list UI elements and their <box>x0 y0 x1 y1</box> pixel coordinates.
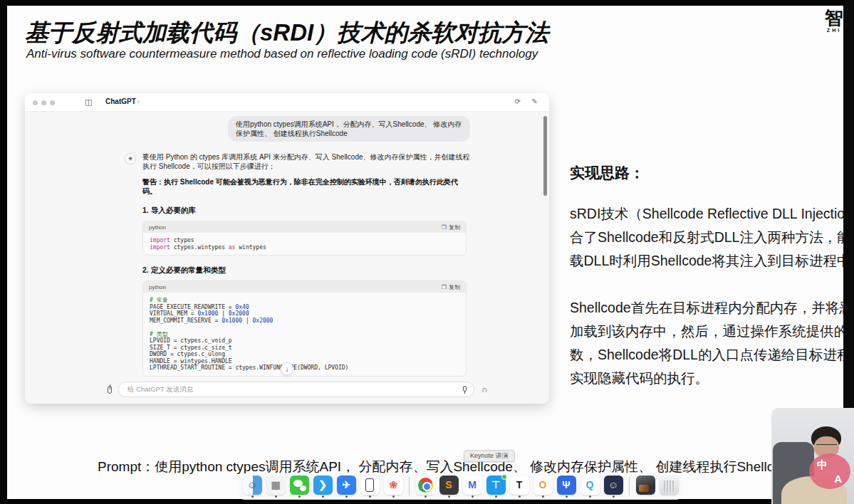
screen: 基于反射式加载代码（sRDI）技术的杀软对抗方法 Anti-virus soft… <box>0 0 854 504</box>
brand-logo: 智 ZHI <box>822 9 846 33</box>
photos-icon[interactable]: ❀ <box>384 476 403 495</box>
running-indicator-dot <box>613 495 615 498</box>
running-indicator-dot <box>495 495 497 498</box>
right-panel-line: sRDI技术（Shellcode Reflective DLL Injectio… <box>570 202 843 226</box>
right-panel: 实现思路： sRDI技术（Shellcode Reflective DLL In… <box>570 163 843 414</box>
dock-item-keynote: ⊤ <box>486 476 506 498</box>
notification-badge <box>501 474 507 480</box>
running-indicator-dot <box>519 495 521 498</box>
keynote-tooltip: Keynote 讲演 <box>464 450 515 462</box>
zoom-button[interactable] <box>50 100 55 105</box>
running-indicator-dot <box>589 495 591 498</box>
dock-item-dark-ai-app: ☺ <box>603 476 623 498</box>
dock-item-chrome <box>415 476 435 498</box>
typora-icon[interactable]: T <box>510 476 529 495</box>
running-indicator-dot <box>345 495 348 498</box>
assistant-intro-text: 要使用 Python 的 ctypes 库调用系统 API 来分配内存、写入 S… <box>142 152 470 171</box>
dock-item-sublime-text: S <box>439 476 459 498</box>
dock-item-orange-app: O <box>533 476 553 498</box>
chat-scrollbar[interactable] <box>543 116 547 196</box>
code-line: LPVOID = ctypes.c_void_p <box>150 337 459 345</box>
running-indicator-dot <box>322 495 324 498</box>
user-message-bubble: 使用python ctypes调用系统API， 分配内存、写入Shellcode… <box>228 116 470 142</box>
temporary-chat-icon[interactable]: ⟳ <box>515 98 521 105</box>
code-line: MEM_COMMIT_RESERVE = 0x1000 | 0x2000 <box>150 317 459 325</box>
orange-app-icon[interactable]: O <box>533 476 553 495</box>
close-button[interactable] <box>33 100 38 105</box>
message-input[interactable]: 给 ChatGPT 发送消息 <box>118 382 474 397</box>
running-indicator-dot <box>472 495 474 498</box>
running-indicator-dot <box>275 495 277 498</box>
chat-app-title[interactable]: ChatGPT› <box>105 98 140 105</box>
translate-badge-en: A <box>834 473 842 485</box>
right-panel-heading: 实现思路： <box>570 163 843 183</box>
dock-item-finder: ☺ <box>242 476 262 498</box>
copy-button[interactable]: ❐复制 <box>442 283 460 291</box>
assistant-message: ✳ 要使用 Python 的 ctypes 库调用系统 API 来分配内存、写入… <box>125 152 470 404</box>
slide-subtitle: Anti-virus software countermeasure metho… <box>26 47 538 61</box>
dark-ai-app-icon[interactable]: ☺ <box>604 476 623 495</box>
headphones-icon[interactable]: ∩ <box>481 384 488 394</box>
dingtalk-icon[interactable]: ✈ <box>337 476 356 495</box>
dock-item-mail-master: M <box>462 476 482 498</box>
composer: 给 ChatGPT 发送消息 ∩ <box>25 377 549 404</box>
chat-scroll-area: 使用python ctypes调用系统API， 分配内存、写入Shellcode… <box>25 112 549 404</box>
assistant-warning-text: 警告：执行 Shellcode 可能会被视为恶意行为，除非在完全控制的实验环境中… <box>142 177 470 196</box>
sublime-text-icon[interactable]: S <box>439 476 459 495</box>
dock-item-chat-app: Q <box>580 476 600 498</box>
running-indicator-dot <box>448 495 450 498</box>
chrome-icon[interactable] <box>416 476 435 495</box>
code-line: DWORD = ctypes.c_ulong <box>150 351 459 358</box>
code-block-2: python ❐复制 # 常量PAGE_EXECUTE_READWRITE = … <box>142 280 467 377</box>
sidebar-toggle-icon[interactable]: ◫ <box>85 98 92 107</box>
indicator-spacer <box>668 495 670 498</box>
code-line: HANDLE = wintypes.HANDLE <box>150 358 459 365</box>
scroll-to-bottom-button[interactable]: ↓ <box>281 362 293 375</box>
code-body-2: # 常量PAGE_EXECUTE_READWRITE = 0x40VIRTUAL… <box>143 293 466 376</box>
copy-button[interactable]: ❐复制 <box>442 224 460 231</box>
dock-item-vscode: ❯ <box>313 476 333 498</box>
right-panel-line: 合了Shellcode和反射式DLL注入两种方法，能够 <box>570 226 843 249</box>
coral-app-icon[interactable]: Ψ <box>557 476 576 495</box>
running-indicator-dot <box>542 495 544 498</box>
chevron-icon: › <box>137 98 140 105</box>
dock-item-iphone-mirroring <box>360 476 380 498</box>
dock-item-dingtalk: ✈ <box>336 476 356 498</box>
right-panel-line: Shellcode首先在目标进程内分配内存，并将恶意 <box>570 296 843 320</box>
copy-icon: ❐ <box>442 284 447 290</box>
vscode-icon[interactable]: ❯ <box>313 476 333 495</box>
wechat-icon[interactable] <box>290 476 309 495</box>
launchpad-icon[interactable]: ▦ <box>266 476 286 495</box>
trash-icon[interactable] <box>660 476 679 495</box>
finder-icon[interactable]: ☺ <box>243 476 262 495</box>
code-line: # 类型 <box>150 331 459 338</box>
running-indicator-dot <box>392 495 395 498</box>
code-line: LPTHREAD_START_ROUTINE = ctypes.WINFUNCT… <box>150 364 459 372</box>
microphone-icon[interactable] <box>463 386 467 392</box>
brand-logo-glyph: 智 <box>822 9 846 27</box>
dock-item-photos: ❀ <box>383 476 403 498</box>
code-line: # 常量 <box>150 297 459 304</box>
keynote-icon[interactable]: ⊤ <box>486 476 506 495</box>
dock-item-wechat <box>289 476 309 498</box>
mail-master-icon[interactable]: M <box>463 476 482 495</box>
translate-badge[interactable]: 中 A <box>809 453 850 489</box>
minimize-button[interactable] <box>41 100 46 105</box>
right-panel-line: 载DLL时利用Shellcode将其注入到目标进程中。 <box>570 249 843 273</box>
code-block-1: python ❐复制 import ctypesimport ctypes.wi… <box>142 221 467 256</box>
new-chat-icon[interactable]: ✎ <box>532 98 538 105</box>
right-panel-paragraph-2: Shellcode首先在目标进程内分配内存，并将恶意加载到该内存中，然后，通过操… <box>570 296 843 390</box>
code-language-label: python <box>149 224 166 231</box>
chat-app-icon[interactable]: Q <box>580 476 600 495</box>
message-input-placeholder: 给 ChatGPT 发送消息 <box>127 385 193 394</box>
translate-badge-zh: 中 <box>817 458 828 472</box>
code-line: SIZE_T = ctypes.c_size_t <box>150 345 459 352</box>
brand-logo-sub: ZHI <box>822 28 846 33</box>
iphone-mirroring-icon[interactable] <box>360 476 380 495</box>
window-thumbnail-icon[interactable] <box>636 476 655 495</box>
attachment-icon[interactable] <box>108 386 112 394</box>
chat-app-title-text: ChatGPT <box>105 98 136 105</box>
running-indicator-dot <box>566 495 568 498</box>
running-indicator-dot <box>425 495 427 498</box>
right-panel-line: 加载到该内存中，然后，通过操作系统提供的API <box>570 320 843 343</box>
